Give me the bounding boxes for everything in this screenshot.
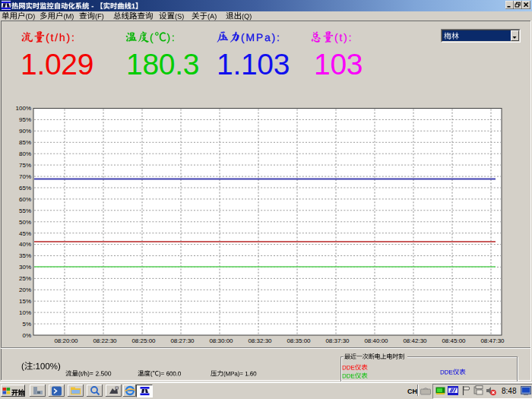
svg-text:08:37:30: 08:37:30 — [325, 337, 350, 344]
svg-text:0%: 0% — [22, 332, 31, 339]
svg-text:08:25:00: 08:25:00 — [131, 337, 156, 344]
svg-text:08:45:00: 08:45:00 — [442, 337, 466, 344]
svg-text:50%: 50% — [19, 219, 31, 226]
svg-text:08:42:30: 08:42:30 — [403, 337, 427, 344]
svg-text:5%: 5% — [22, 321, 31, 328]
svg-text:100%: 100% — [16, 105, 31, 112]
svg-text:08:47:30: 08:47:30 — [480, 337, 505, 344]
svg-text:15%: 15% — [19, 298, 31, 305]
svg-text:80%: 80% — [19, 150, 31, 157]
svg-text:08:32:30: 08:32:30 — [248, 337, 272, 344]
svg-text:20%: 20% — [19, 287, 31, 293]
svg-text:08:35:00: 08:35:00 — [287, 337, 311, 344]
svg-text:08:22:30: 08:22:30 — [93, 337, 117, 344]
svg-text:08:27:30: 08:27:30 — [170, 337, 195, 344]
svg-text:55%: 55% — [19, 207, 31, 214]
svg-text:90%: 90% — [19, 128, 31, 135]
svg-text:25%: 25% — [19, 275, 31, 282]
svg-text:40%: 40% — [19, 241, 31, 248]
svg-text:95%: 95% — [19, 116, 31, 123]
svg-text:85%: 85% — [19, 139, 31, 146]
svg-text:08:40:00: 08:40:00 — [364, 337, 388, 344]
svg-text:08:30:00: 08:30:00 — [209, 337, 233, 344]
svg-text:10%: 10% — [19, 309, 31, 316]
svg-text:75%: 75% — [19, 162, 31, 169]
svg-text:70%: 70% — [19, 173, 31, 180]
svg-text:45%: 45% — [19, 230, 31, 237]
svg-text:35%: 35% — [19, 252, 31, 259]
svg-text:65%: 65% — [19, 185, 31, 192]
svg-text:30%: 30% — [19, 264, 31, 271]
svg-text:08:20:00: 08:20:00 — [54, 337, 78, 344]
svg-text:60%: 60% — [19, 196, 31, 203]
